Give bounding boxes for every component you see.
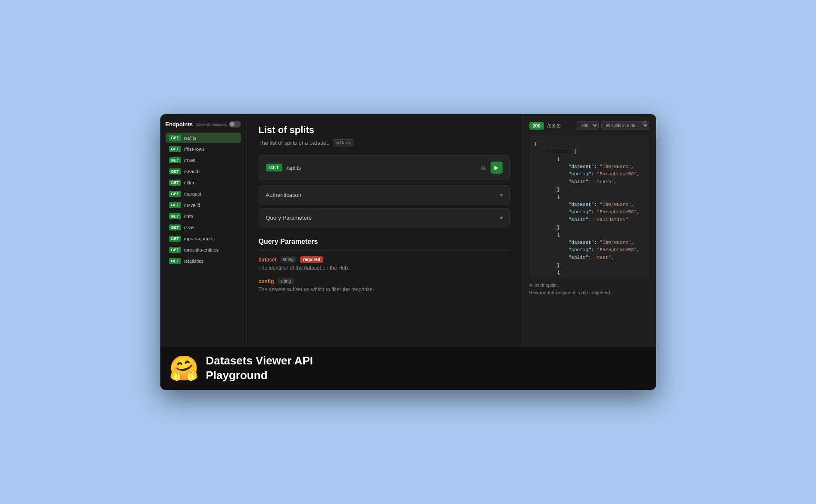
endpoint-path-8: /size bbox=[184, 225, 194, 230]
top-bar: ☾ bbox=[643, 119, 649, 128]
method-badge-6: GET bbox=[169, 202, 181, 208]
query-params-accordion-title: Query Parameters bbox=[266, 215, 312, 221]
endpoint-path-1: /first-rows bbox=[184, 146, 205, 152]
endpoint-path-0: /splits bbox=[184, 135, 196, 140]
response-controls: 200 all splits in a da... bbox=[577, 121, 649, 130]
sidebar-item-presidio-entities[interactable]: GET /presidio-entities bbox=[166, 245, 241, 255]
param-name-0: dataset bbox=[259, 257, 277, 263]
param-item-1: config string The dataset subset on whic… bbox=[259, 278, 510, 292]
sidebar-item-parquet[interactable]: GET /parquet bbox=[166, 189, 241, 199]
param-item-0: dataset string required The identifier o… bbox=[259, 256, 510, 271]
endpoint-path-2: /rows bbox=[184, 158, 195, 163]
sidebar: Endpoints Show Summaries GET /splits GET… bbox=[160, 114, 247, 347]
endpoint-list: GET /splits GET /first-rows GET /rows GE… bbox=[166, 133, 241, 266]
auth-chevron-icon: ▾ bbox=[500, 192, 503, 198]
endpoint-path-9: /opt-in-out-urls bbox=[184, 236, 215, 241]
api-bar-actions: ⧉ ▶ bbox=[479, 162, 503, 174]
sidebar-item-filter[interactable]: GET /filter bbox=[166, 177, 241, 188]
endpoint-path-10: /presidio-entities bbox=[184, 247, 219, 252]
main-layout-wrapper: Endpoints Show Summaries GET /splits GET… bbox=[160, 114, 656, 347]
method-badge-1: GET bbox=[169, 146, 181, 152]
sidebar-item-splits[interactable]: GET /splits bbox=[166, 133, 241, 143]
method-badge-8: GET bbox=[169, 224, 181, 230]
param-header-1: config string bbox=[259, 278, 510, 284]
param-name-1: config bbox=[259, 278, 274, 284]
method-badge-7: GET bbox=[169, 213, 181, 219]
sidebar-item-opt-in-out-urls[interactable]: GET /opt-in-out-urls bbox=[166, 233, 241, 244]
method-badge-9: GET bbox=[169, 236, 181, 242]
branding: 🤗 Datasets Viewer API Playground bbox=[160, 347, 656, 390]
example-select[interactable]: all splits in a da... bbox=[601, 121, 649, 130]
status-select[interactable]: 200 bbox=[577, 121, 599, 130]
endpoint-path-5: /parquet bbox=[184, 191, 201, 196]
sidebar-title: Endpoints bbox=[166, 121, 193, 128]
query-params-chevron-icon: ▾ bbox=[500, 215, 503, 221]
sidebar-item-search[interactable]: GET /search bbox=[166, 166, 241, 177]
main-panel: List of splits The list of splits of a d… bbox=[247, 114, 522, 347]
method-badge-0: GET bbox=[169, 135, 181, 141]
show-summaries: Show Summaries bbox=[196, 121, 241, 128]
endpoint-path-4: /filter bbox=[184, 180, 194, 185]
sidebar-item-rows[interactable]: GET /rows bbox=[166, 155, 241, 165]
sidebar-item-statistics[interactable]: GET /statistics bbox=[166, 256, 241, 266]
sidebar-item-is-valid[interactable]: GET /is-valid bbox=[166, 200, 241, 210]
endpoint-path-7: /info bbox=[184, 214, 193, 219]
sidebar-header: Endpoints Show Summaries bbox=[166, 121, 241, 128]
page-subtitle: The list of splits of a dataset. ⎋ Docs bbox=[259, 139, 510, 146]
param-desc-0: The identifier of the dataset on the Hub… bbox=[259, 265, 510, 271]
status-badge: 200 bbox=[529, 122, 544, 130]
auth-accordion-header[interactable]: Authentication ▾ bbox=[259, 186, 510, 204]
method-badge-10: GET bbox=[169, 247, 181, 253]
auth-accordion-title: Authentication bbox=[266, 192, 301, 198]
sidebar-item-info[interactable]: GET /info bbox=[166, 211, 241, 221]
right-panel: 200 /splits 200 all splits in a da... { … bbox=[522, 114, 656, 347]
method-badge-5: GET bbox=[169, 191, 181, 197]
params-list: dataset string required The identifier o… bbox=[259, 256, 510, 292]
sidebar-item-size[interactable]: GET /size bbox=[166, 222, 241, 233]
method-badge-11: GET bbox=[169, 258, 181, 264]
param-type-0: string bbox=[280, 256, 297, 263]
brand-emoji: 🤗 bbox=[169, 356, 199, 380]
api-method-badge: GET bbox=[266, 164, 283, 171]
summaries-toggle[interactable] bbox=[229, 121, 241, 128]
sidebar-item-first-rows[interactable]: GET /first-rows bbox=[166, 144, 241, 154]
auth-accordion: Authentication ▾ bbox=[259, 185, 510, 205]
param-desc-1: The dataset subset on which to filter th… bbox=[259, 286, 510, 292]
response-path: /splits bbox=[547, 123, 573, 129]
response-header: 200 /splits 200 all splits in a da... bbox=[529, 121, 649, 130]
api-path: /splits bbox=[287, 165, 301, 171]
app-window: ☾ Endpoints Show Summaries GET /splits G… bbox=[160, 114, 656, 390]
docs-badge[interactable]: ⎋ Docs bbox=[333, 139, 353, 146]
param-required-badge-0: required bbox=[300, 256, 323, 263]
endpoint-path-11: /statistics bbox=[184, 258, 203, 264]
param-header-0: dataset string required bbox=[259, 256, 510, 263]
query-params-section: Query Parameters dataset string required… bbox=[259, 238, 510, 292]
page-title: List of splits bbox=[259, 124, 510, 136]
method-badge-4: GET bbox=[169, 180, 181, 186]
endpoint-path-6: /is-valid bbox=[184, 202, 200, 208]
endpoint-path-3: /search bbox=[184, 169, 200, 174]
run-button[interactable]: ▶ bbox=[491, 162, 503, 174]
query-params-accordion-header[interactable]: Query Parameters ▾ bbox=[259, 208, 510, 227]
brand-text: Datasets Viewer API Playground bbox=[206, 354, 313, 383]
copy-button[interactable]: ⧉ bbox=[479, 162, 487, 173]
response-note: A list of splits. Beware: the response i… bbox=[529, 282, 649, 296]
content-area: List of splits The list of splits of a d… bbox=[247, 114, 656, 347]
api-bar-left: GET /splits bbox=[266, 164, 301, 171]
query-params-accordion: Query Parameters ▾ bbox=[259, 208, 510, 227]
method-badge-3: GET bbox=[169, 168, 181, 174]
query-params-section-title: Query Parameters bbox=[259, 238, 510, 249]
method-badge-2: GET bbox=[169, 157, 181, 163]
api-bar: GET /splits ⧉ ▶ bbox=[259, 155, 510, 180]
moon-icon[interactable]: ☾ bbox=[643, 120, 649, 127]
param-type-1: string bbox=[278, 278, 294, 284]
code-block: { "splits": [ { "dataset": "ibm/duorc", … bbox=[529, 135, 649, 277]
